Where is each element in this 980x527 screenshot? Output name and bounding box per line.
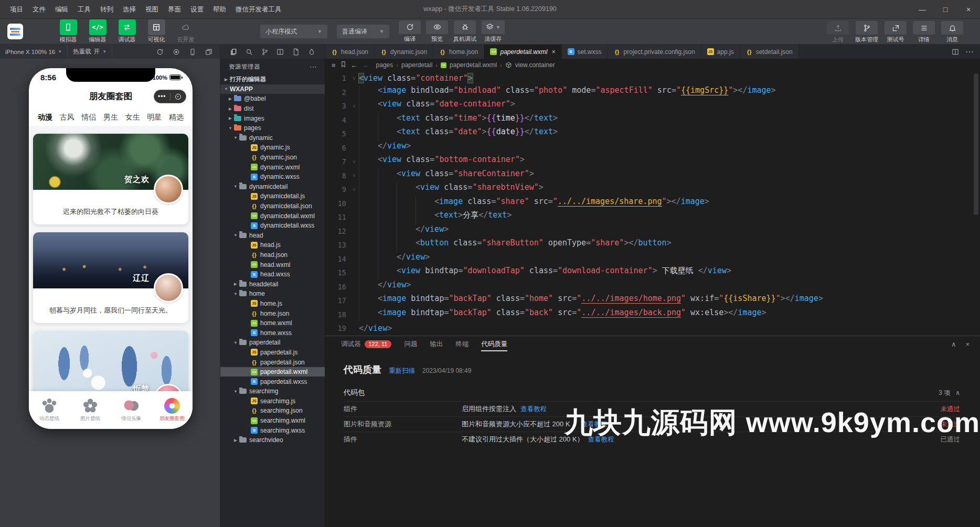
- breadcrumb-item[interactable]: paperdetail: [401, 61, 432, 69]
- tab-head.json[interactable]: {}head.json: [325, 45, 375, 59]
- tree-item-dynamic.wxss[interactable]: Sdynamic.wxss: [220, 172, 325, 182]
- tree-item-dynamic.js[interactable]: JSdynamic.js: [220, 143, 325, 153]
- tree-item-dynamic.wxml[interactable]: <>dynamic.wxml: [220, 162, 325, 172]
- bookmark-icon[interactable]: [340, 61, 347, 69]
- code-editor[interactable]: 1˅<view class="container">2<image bindlo…: [325, 71, 980, 336]
- phone-tab-图片壁纸[interactable]: 图片壁纸: [70, 391, 111, 429]
- tree-item-paperdetail.js[interactable]: JSpaperdetail.js: [220, 348, 325, 358]
- panel-tab-问题[interactable]: 问题: [404, 336, 417, 352]
- tree-folder-dist[interactable]: ▶dist: [220, 104, 325, 114]
- tutorial-link[interactable]: 查看教程: [520, 405, 547, 414]
- menu-item[interactable]: 界面: [163, 0, 186, 19]
- tree-folder-searchvideo[interactable]: ▶searchvideo: [220, 435, 325, 445]
- hot-reload-toggle[interactable]: 热重载 开 ▼: [68, 45, 112, 59]
- tree-folder-home[interactable]: ▼home: [220, 289, 325, 299]
- more-icon[interactable]: •••: [154, 93, 170, 100]
- back-icon[interactable]: ←: [351, 61, 358, 69]
- tree-folder-dynamicdetail[interactable]: ▼dynamicdetail: [220, 182, 325, 192]
- refresh-simulator-icon[interactable]: [156, 48, 164, 56]
- tree-item-searchimg.json[interactable]: {}searchimg.json: [220, 406, 325, 416]
- files-icon[interactable]: [230, 48, 237, 56]
- 云开发-button[interactable]: 云开发: [173, 19, 198, 44]
- tree-item-WXAPP[interactable]: ▼WXAPP: [220, 84, 325, 94]
- tree-item-head.wxml[interactable]: <>head.wxml: [220, 260, 325, 270]
- panel-tab-终端[interactable]: 终端: [455, 336, 468, 352]
- search-icon[interactable]: [246, 48, 253, 56]
- category-tab-女生[interactable]: 女生: [125, 113, 140, 122]
- tree-item-home.js[interactable]: JShome.js: [220, 299, 325, 309]
- 版本管理-button[interactable]: 版本管理: [855, 21, 878, 44]
- menu-item[interactable]: 工具: [73, 0, 95, 19]
- tree-folder-dynamic[interactable]: ▼dynamic: [220, 133, 325, 143]
- tree-item-dynamicdetail.json[interactable]: {}dynamicdetail.json: [220, 201, 325, 211]
- category-tab-古风[interactable]: 古风: [60, 113, 74, 122]
- fold-chevron-icon[interactable]: ˅: [349, 173, 359, 178]
- collapse-icon[interactable]: ∧: [955, 389, 960, 396]
- split-icon[interactable]: [276, 48, 284, 56]
- tree-item-head.json[interactable]: {}head.json: [220, 250, 325, 260]
- tree-folder-headdetail[interactable]: ▶headdetail: [220, 279, 325, 289]
- fold-chevron-icon[interactable]: ˅: [349, 187, 359, 192]
- tree-item-paperdetail.json[interactable]: {}paperdetail.json: [220, 357, 325, 367]
- split-editor-icon[interactable]: [952, 48, 959, 56]
- menu-item[interactable]: 微信开发者工具: [231, 0, 286, 19]
- panel-tab-代码质量[interactable]: 代码质量: [481, 336, 507, 352]
- tree-item-打开的编辑器[interactable]: ▶打开的编辑器: [220, 74, 325, 84]
- phone-tab-动态壁纸[interactable]: 动态壁纸: [29, 391, 70, 429]
- close-icon[interactable]: ×: [965, 340, 970, 348]
- compile-dropdown[interactable]: 普通编译 ▼: [337, 25, 389, 38]
- 真机调试-button[interactable]: 真机调试: [453, 20, 476, 43]
- tree-item-searchimg.js[interactable]: JSsearchimg.js: [220, 396, 325, 406]
- 编译-button[interactable]: 编译: [399, 20, 421, 43]
- 详情-button[interactable]: 详情: [913, 21, 935, 44]
- minimize-capsule-icon[interactable]: [171, 94, 186, 100]
- fold-chevron-icon[interactable]: ˅: [349, 103, 359, 109]
- rescan-link[interactable]: 重新扫描: [389, 367, 415, 375]
- editor-scrollbar[interactable]: [974, 73, 978, 215]
- avatar[interactable]: [154, 273, 183, 303]
- tab-project.private.config.json[interactable]: {}project.private.config.json: [608, 45, 701, 59]
- 清缓存-button[interactable]: ▼清缓存: [482, 20, 505, 43]
- tree-item-head.js[interactable]: JShead.js: [220, 240, 325, 250]
- tree-item-home.wxml[interactable]: <>home.wxml: [220, 318, 325, 328]
- tree-item-dynamicdetail.wxml[interactable]: <>dynamicdetail.wxml: [220, 211, 325, 221]
- mode-dropdown[interactable]: 小程序模式 ▼: [260, 25, 327, 38]
- 调试器-button[interactable]: 调试器: [114, 19, 140, 44]
- wallpaper-card[interactable]: 辽辽朝暮与岁月同往，愿我们一同行至天光。: [33, 232, 188, 323]
- tree-item-dynamicdetail.js[interactable]: JSdynamicdetail.js: [220, 191, 325, 201]
- card-feed[interactable]: 贺之欢迟来的阳光救不了枯萎的向日葵辽辽朝暮与岁月同往，愿我们一同行至天光。忻楚: [29, 126, 193, 429]
- paint-icon[interactable]: [308, 48, 315, 56]
- menu-item[interactable]: 文件: [28, 0, 50, 19]
- tree-item-searchimg.wxml[interactable]: <>searchimg.wxml: [220, 416, 325, 426]
- tree-folder-searchimg[interactable]: ▼searchimg: [220, 386, 325, 396]
- collapse-icon[interactable]: ∧: [951, 340, 956, 348]
- device-icon[interactable]: [189, 48, 196, 56]
- 可视化-button[interactable]: 可视化: [144, 19, 169, 44]
- minimize-button[interactable]: —: [911, 0, 934, 19]
- device-selector[interactable]: iPhone X 100% 16 ▼: [0, 45, 68, 59]
- multi-window-icon[interactable]: [205, 48, 212, 56]
- tree-item-searchimg.wxss[interactable]: Ssearchimg.wxss: [220, 425, 325, 435]
- 消息-button[interactable]: 消息: [941, 21, 963, 44]
- tree-folder-@babel[interactable]: ▶@babel: [220, 94, 325, 104]
- category-tab-情侣[interactable]: 情侣: [81, 113, 96, 122]
- wallpaper-card[interactable]: 贺之欢迟来的阳光救不了枯萎的向日葵: [33, 134, 188, 224]
- phone-tab-情侣头像[interactable]: 情侣头像: [111, 391, 152, 429]
- menu-item[interactable]: 帮助: [208, 0, 231, 19]
- tab-home.json[interactable]: {}home.json: [433, 45, 484, 59]
- outline-icon[interactable]: ≡: [332, 61, 336, 69]
- more-icon[interactable]: ⋯: [310, 62, 317, 71]
- tree-item-paperdetail.wxml[interactable]: <>paperdetail.wxml: [220, 367, 325, 377]
- tree-item-home.wxss[interactable]: Shome.wxss: [220, 328, 325, 338]
- tree-folder-pages[interactable]: ▼pages: [220, 123, 325, 133]
- menu-item[interactable]: 设置: [186, 0, 208, 19]
- fold-chevron-icon[interactable]: ˅: [349, 76, 359, 81]
- 预览-button[interactable]: 预览: [426, 20, 448, 43]
- branch-icon[interactable]: [261, 48, 269, 56]
- phone-tab-朋友圈套图[interactable]: 朋友圈套图: [152, 391, 193, 429]
- tree-item-head.wxss[interactable]: Shead.wxss: [220, 270, 325, 279]
- tab-paperdetail.wxml[interactable]: <>paperdetail.wxml×: [484, 45, 561, 59]
- tree-item-dynamicdetail.wxss[interactable]: Sdynamicdetail.wxss: [220, 221, 325, 231]
- tree-item-home.json[interactable]: {}home.json: [220, 308, 325, 318]
- panel-tab-输出[interactable]: 输出: [430, 336, 443, 352]
